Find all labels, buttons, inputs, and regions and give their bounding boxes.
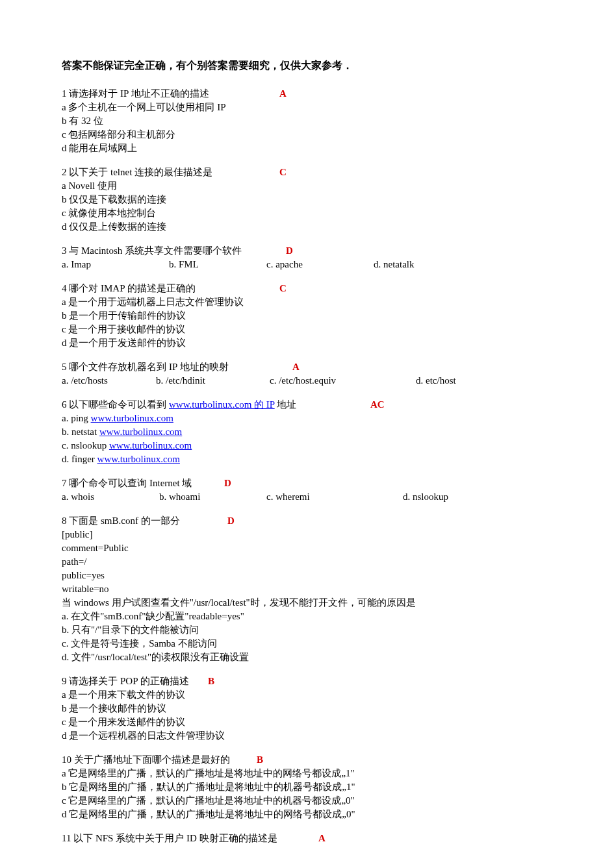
q8-line-3: path=/ [62,555,552,569]
q1-option-c: c 包括网络部分和主机部分 [62,128,552,142]
q7-option-d: d. nslookup [403,490,448,504]
q8-line-2: comment=Public [62,541,552,555]
q1-option-d: d 能用在局域网上 [62,142,552,155]
document-header: 答案不能保证完全正确，有个别答案需要细究，仅供大家参考． [62,58,552,73]
q7-option-a: a. whois [62,490,159,504]
q5-option-c: c. /etc/host.equiv [270,374,416,388]
q6-title-pre: 6 以下哪些命令可以看到 [62,399,169,410]
q2-option-d: d 仅仅是上传数据的连接 [62,220,552,234]
q3-title: 3 与 Macintosh 系统共享文件需要哪个软件 [62,245,242,256]
q6-option-a-link[interactable]: www.turbolinux.com [91,413,173,423]
q4-title: 4 哪个对 IMAP 的描述是正确的 [62,283,196,293]
q3-option-b: b. FML [169,258,266,271]
question-6: 6 以下哪些命令可以看到 www.turbolinux.com 的 IP 地址 … [62,398,552,466]
question-1: 1 请选择对于 IP 地址不正确的描述 A a 多个主机在一个网上可以使用相同 … [62,87,552,155]
q11-title: 11 以下 NFS 系统中关于用户 ID 映射正确的描述是 [62,833,277,843]
q2-option-c: c 就像使用本地控制台 [62,206,552,220]
question-5: 5 哪个文件存放机器名到 IP 地址的映射 A a. /etc/hosts b.… [62,360,552,388]
q6-option-b-link[interactable]: www.turbolinux.com [99,427,182,437]
q1-option-b: b 有 32 位 [62,114,552,128]
q1-answer: A [279,87,287,101]
q2-title: 2 以下关于 telnet 连接的最佳描述是 [62,167,212,177]
q4-option-a: a 是一个用于远端机器上日志文件管理协议 [62,295,552,309]
q5-option-b: b. /etc/hdinit [156,374,270,388]
q4-option-c: c 是一个用于接收邮件的协议 [62,323,552,336]
q3-option-c: c. apache [266,258,374,271]
q5-title: 5 哪个文件存放机器名到 IP 地址的映射 [62,362,229,372]
q1-title: 1 请选择对于 IP 地址不正确的描述 [62,88,209,99]
q8-line-1: [public] [62,528,552,541]
q10-option-a: a 它是网络里的广播，默认的广播地址是将地址中的网络号都设成„1" [62,767,552,780]
q7-option-c: c. wheremi [266,490,403,504]
q9-option-d: d 是一个远程机器的日志文件管理协议 [62,729,552,743]
question-10: 10 关于广播地址下面哪个描述是最好的 B a 它是网络里的广播，默认的广播地址… [62,753,552,821]
q6-option-c-link[interactable]: www.turbolinux.com [109,440,192,451]
q8-option-a: a. 在文件"smB.conf"缺少配置"readable=yes" [62,610,552,623]
q8-title: 8 下面是 smB.conf 的一部分 [62,515,180,526]
q8-option-c: c. 文件是符号连接，Samba 不能访问 [62,637,552,651]
q6-title-post: 地址 [275,399,297,410]
q4-option-d: d 是一个用于发送邮件的协议 [62,336,552,350]
q8-line-6: 当 windows 用户试图查看文件"/usr/local/test"时，发现不… [62,596,552,610]
q3-option-d: d. netatalk [374,258,414,271]
q8-line-4: public=yes [62,569,552,582]
q2-answer: C [279,166,287,179]
q9-title: 9 请选择关于 POP 的正确描述 [62,676,189,686]
q1-option-a: a 多个主机在一个网上可以使用相同 IP [62,101,552,114]
q4-option-b: b 是一个用于传输邮件的协议 [62,309,552,323]
q7-answer: D [224,477,231,490]
q3-option-a: a. Imap [62,258,169,271]
q2-option-b: b 仅仅是下载数据的连接 [62,193,552,206]
q10-option-b: b 它是网络里的广播，默认的广播地址是将地址中的机器号都设成„1" [62,780,552,794]
q7-option-b: b. whoami [159,490,266,504]
q6-option-d-pre: d. finger [62,454,97,464]
q7-title: 7 哪个命令可以查询 Internet 域 [62,478,192,488]
q5-answer: A [292,360,300,374]
q5-option-d: d. etc/host [416,374,456,388]
q6-title-link[interactable]: www.turbolinux.com 的 IP [169,399,275,410]
q9-option-c: c 是一个用来发送邮件的协议 [62,715,552,729]
q6-option-a-pre: a. ping [62,413,91,423]
q5-option-a: a. /etc/hosts [62,374,156,388]
question-9: 9 请选择关于 POP 的正确描述 B a 是一个用来下载文件的协议 b 是一个… [62,675,552,743]
q10-title: 10 关于广播地址下面哪个描述是最好的 [62,754,230,765]
q8-answer: D [227,514,235,528]
q6-option-d-link[interactable]: www.turbolinux.com [97,454,180,464]
q6-option-b-pre: b. netstat [62,427,99,437]
question-11: 11 以下 NFS 系统中关于用户 ID 映射正确的描述是 A [62,832,552,845]
q9-answer: B [208,675,214,688]
q6-option-c-pre: c. nslookup [62,440,109,451]
q6-answer: AC [370,398,385,412]
question-4: 4 哪个对 IMAP 的描述是正确的 C a 是一个用于远端机器上日志文件管理协… [62,282,552,350]
question-7: 7 哪个命令可以查询 Internet 域 D a. whois b. whoa… [62,477,552,504]
question-8: 8 下面是 smB.conf 的一部分 D [public] comment=P… [62,514,552,664]
q10-answer: B [257,753,263,767]
q8-line-5: writable=no [62,582,552,596]
q8-option-d: d. 文件"/usr/local/test"的读权限没有正确设置 [62,651,552,664]
q10-option-d: d 它是网络里的广播，默认的广播地址是将地址中的网络号都设成„0" [62,808,552,821]
q2-option-a: a Novell 使用 [62,179,552,193]
q3-answer: D [286,244,293,258]
q4-answer: C [279,282,287,295]
question-2: 2 以下关于 telnet 连接的最佳描述是 C a Novell 使用 b 仅… [62,166,552,234]
q9-option-a: a 是一个用来下载文件的协议 [62,688,552,702]
q8-option-b: b. 只有"/"目录下的文件能被访问 [62,623,552,637]
question-3: 3 与 Macintosh 系统共享文件需要哪个软件 D a. Imap b. … [62,244,552,271]
q11-answer: A [318,832,326,845]
q10-option-c: c 它是网络里的广播，默认的广播地址是将地址中的机器号都设成„0" [62,794,552,808]
q9-option-b: b 是一个接收邮件的协议 [62,702,552,715]
